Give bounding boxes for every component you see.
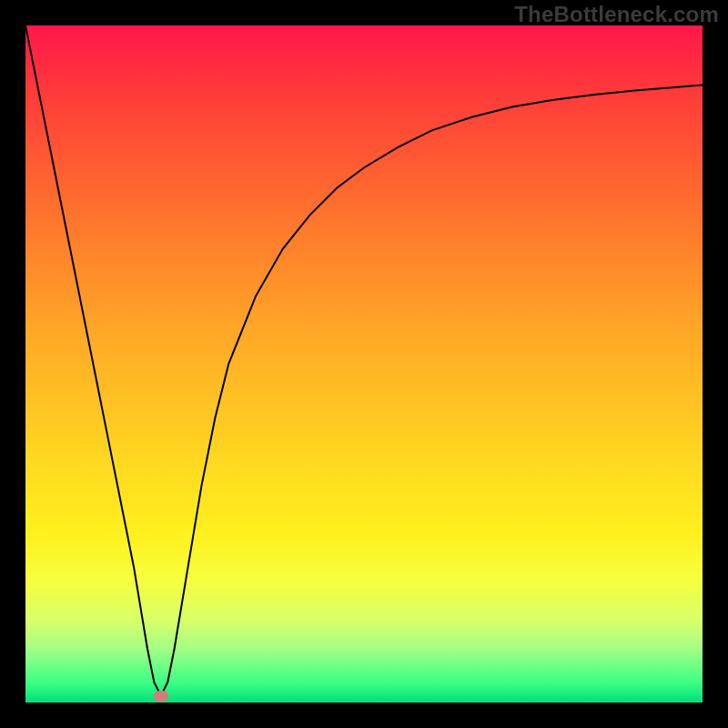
curve-path	[25, 25, 703, 696]
chart-frame: TheBottleneck.com	[0, 0, 728, 728]
minimum-marker	[154, 691, 168, 702]
watermark-text: TheBottleneck.com	[514, 2, 719, 27]
bottleneck-curve	[25, 25, 703, 703]
plot-area	[25, 25, 703, 703]
